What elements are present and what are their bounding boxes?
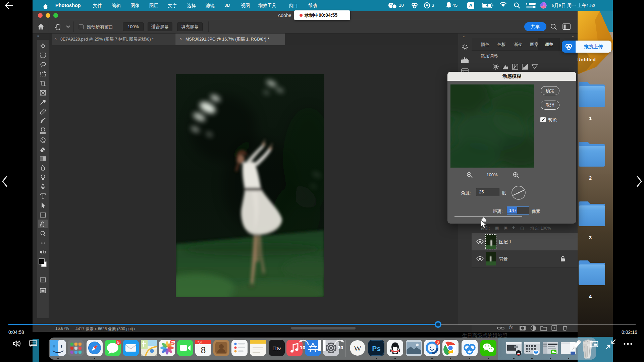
svg-text:5月: 5月 xyxy=(198,341,202,344)
svg-text:3: 3 xyxy=(589,235,592,240)
svg-text:30: 30 xyxy=(338,345,343,350)
svg-text:10: 10 xyxy=(300,345,306,350)
svg-text:4: 4 xyxy=(589,294,592,299)
svg-text:5: 5 xyxy=(117,340,120,345)
svg-text:1: 1 xyxy=(589,115,592,121)
svg-text:8: 8 xyxy=(201,345,206,355)
svg-text:Ps: Ps xyxy=(372,345,381,352)
svg-text:3: 3 xyxy=(437,340,439,344)
svg-text:2: 2 xyxy=(589,175,592,181)
svg-text:tv: tv xyxy=(273,346,281,351)
svg-text:W: W xyxy=(354,344,362,353)
svg-text:29: 29 xyxy=(171,340,175,344)
svg-text:Untitled: Untitled xyxy=(578,57,596,62)
